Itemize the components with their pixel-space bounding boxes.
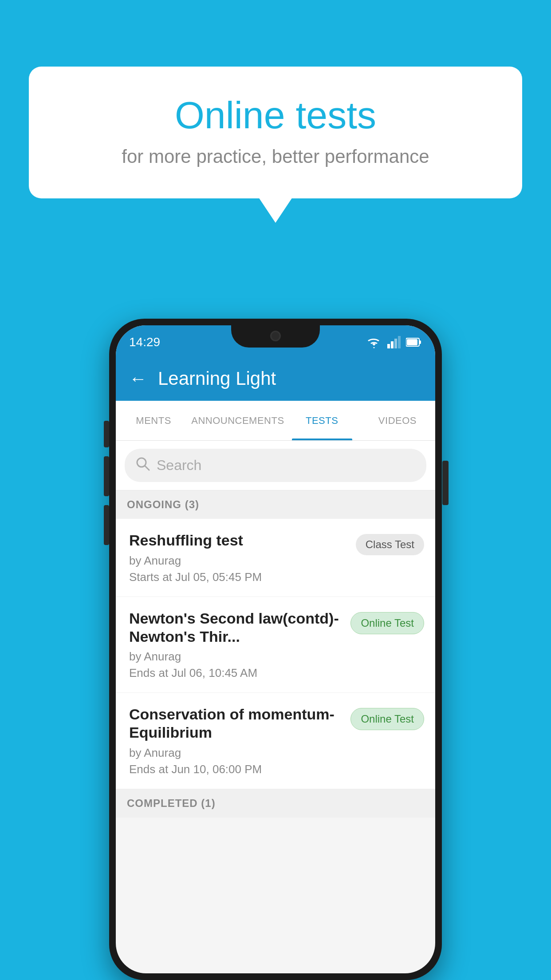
test-name-1: Reshuffling test [129, 531, 347, 549]
bubble-subtitle: for more practice, better performance [51, 146, 500, 167]
completed-label: COMPLETED (1) [127, 797, 216, 809]
tab-videos[interactable]: VIDEOS [360, 401, 435, 440]
svg-rect-6 [419, 340, 421, 344]
test-name-2: Newton's Second law(contd)-Newton's Thir… [129, 609, 342, 646]
battery-icon [406, 337, 422, 347]
test-by-2: by Anurag [129, 650, 342, 664]
test-info-2: Newton's Second law(contd)-Newton's Thir… [129, 609, 342, 680]
test-time-2: Ends at Jul 06, 10:45 AM [129, 666, 342, 680]
svg-line-8 [145, 466, 149, 470]
test-list: Reshuffling test by Anurag Starts at Jul… [116, 519, 435, 789]
search-icon [136, 457, 150, 474]
vol-down-button [104, 456, 109, 496]
test-by-3: by Anurag [129, 746, 342, 760]
bubble-title: Online tests [51, 93, 500, 137]
status-icons [366, 336, 422, 348]
tab-announcements[interactable]: ANNOUNCEMENTS [191, 401, 284, 440]
camera [270, 331, 281, 341]
svg-rect-0 [387, 344, 390, 348]
svg-rect-2 [394, 339, 397, 348]
tabs-bar: MENTS ANNOUNCEMENTS TESTS VIDEOS [116, 401, 435, 441]
app-header: ← Learning Light [116, 356, 435, 401]
tab-ments[interactable]: MENTS [116, 401, 191, 440]
test-item-3[interactable]: Conservation of momentum-Equilibrium by … [116, 693, 435, 789]
test-time-1: Starts at Jul 05, 05:45 PM [129, 570, 347, 584]
silent-button [104, 505, 109, 545]
svg-rect-3 [398, 336, 401, 348]
tab-tests[interactable]: TESTS [284, 401, 360, 440]
ongoing-label: ONGOING (3) [127, 498, 199, 510]
search-input[interactable]: Search [157, 457, 201, 474]
test-item-2[interactable]: Newton's Second law(contd)-Newton's Thir… [116, 597, 435, 693]
app-header-title: Learning Light [158, 368, 276, 389]
test-badge-2: Online Test [350, 612, 424, 634]
power-button [442, 461, 449, 505]
test-by-1: by Anurag [129, 554, 347, 568]
signal-icon [387, 336, 401, 348]
test-info-3: Conservation of momentum-Equilibrium by … [129, 705, 342, 776]
completed-section-header: COMPLETED (1) [116, 789, 435, 818]
search-container: Search [116, 441, 435, 490]
vol-up-button [104, 421, 109, 447]
test-time-3: Ends at Jun 10, 06:00 PM [129, 763, 342, 776]
test-badge-1: Class Test [356, 534, 424, 555]
phone-device: 14:29 [109, 319, 442, 980]
test-name-3: Conservation of momentum-Equilibrium [129, 705, 342, 742]
status-time: 14:29 [129, 335, 160, 349]
test-badge-3: Online Test [350, 708, 424, 730]
test-info-1: Reshuffling test by Anurag Starts at Jul… [129, 531, 347, 584]
back-button[interactable]: ← [129, 369, 147, 389]
ongoing-section-header: ONGOING (3) [116, 490, 435, 519]
test-item-1[interactable]: Reshuffling test by Anurag Starts at Jul… [116, 519, 435, 597]
svg-rect-5 [407, 339, 417, 345]
svg-rect-1 [391, 341, 394, 348]
speech-bubble: Online tests for more practice, better p… [29, 67, 522, 198]
search-bar[interactable]: Search [125, 449, 426, 482]
phone-notch [231, 325, 320, 348]
wifi-icon [366, 336, 382, 348]
